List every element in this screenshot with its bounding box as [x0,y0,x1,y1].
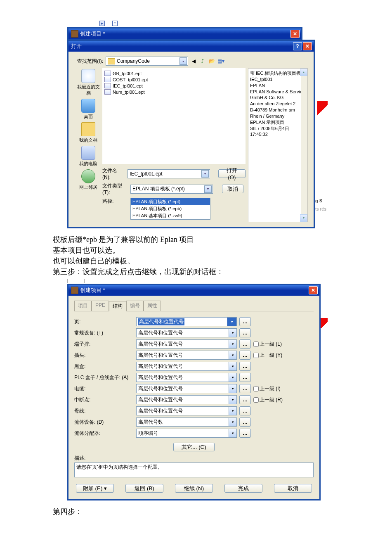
upper-level-checkbox[interactable]: 上一级 (I) [253,385,281,392]
chevron-down-icon[interactable]: ▾ [229,407,236,415]
place-recent[interactable]: 我最近的文档 [76,69,101,96]
browse-button[interactable]: … [239,328,251,337]
list-item[interactable]: Num_tpl001.ept [104,89,243,95]
file-icon [104,83,111,88]
chevron-down-icon[interactable]: ▾ [229,340,236,348]
next-button[interactable]: 继续 (N) [175,484,213,493]
option[interactable]: EPLAN 项目模板 (*.ept) [131,198,210,205]
play-icon: ▶ [99,21,105,26]
place-mycomputer[interactable]: 我的电脑 [76,146,101,167]
tab-project[interactable]: 项目 [74,301,92,311]
upper-level-checkbox[interactable]: 上一级 (R) [253,396,283,403]
cancel-button[interactable]: 取消 [274,484,312,493]
tab-structure[interactable]: 结构 [109,301,126,311]
chevron-down-icon[interactable]: ▾ [229,351,236,359]
wizard-dialog: 创建项目 * ✕ 项目 PPE 结构 编号 属性 页:高层代号和位置代号▾…常规… [67,284,321,500]
file-list[interactable]: GB_tpl001.ept GOST_tpl001.ept IEC_tpl001… [102,68,246,164]
browse-button[interactable]: … [239,384,251,393]
chevron-down-icon[interactable] [204,185,212,193]
field-label: 电缆: [74,385,136,392]
chevron-down-icon[interactable]: ▾ [229,396,236,404]
chevron-down-icon[interactable]: ▾ [227,318,236,326]
place-desktop[interactable]: 桌面 [76,99,101,120]
filetype-dropdown[interactable]: EPLAN 项目模板 (*.ept) EPLAN 项目模板 (*.epb) EP… [130,198,210,220]
field-label: PLC 盒子 / 总线盒子: (A) [74,374,136,381]
titlebar-outer: 创建项目 * ✕ [68,28,301,39]
frag-text-1: g S [315,198,322,203]
look-in-combo[interactable]: CompanyCode [106,57,188,66]
field-select[interactable]: 高层代号数▾ [136,417,237,427]
folder-icon [108,58,115,64]
finish-button[interactable]: 完成 [224,484,262,493]
tab-props[interactable]: 属性 [144,301,161,311]
titlebar-file-open: 打开 ? ✕ [68,41,314,52]
scrollbar[interactable] [301,69,307,222]
option[interactable]: EPLAN 基本项目 (*.zw9) [131,212,210,219]
new-folder-icon[interactable]: 📂 [208,57,215,65]
browse-button[interactable]: … [239,429,251,438]
up-folder-icon[interactable]: ⤴ [199,57,206,65]
chevron-down-icon[interactable]: ▾ [229,384,236,393]
scroll-down-icon[interactable]: ▾ [300,214,307,222]
field-select[interactable]: 高层代号和位置代号▾ [136,384,237,393]
browse-button[interactable]: … [239,339,251,349]
close-icon[interactable]: ✕ [303,42,312,50]
tabs: 项目 PPE 结构 编号 属性 [74,301,314,311]
help-icon[interactable]: ? [293,42,302,50]
list-item[interactable]: GB_tpl001.ept [104,70,243,76]
field-select[interactable]: 高层代号和位置代号▾ [136,395,237,404]
y-glyph: Y [112,21,118,26]
chevron-down-icon[interactable]: ▾ [229,429,236,437]
other-button[interactable]: 其它... (C) [173,443,215,451]
list-item[interactable]: GOST_tpl001.ept [104,76,243,83]
chevron-down-icon[interactable]: ▾ [229,329,236,337]
browse-button[interactable]: … [239,395,251,404]
field-select[interactable]: 高层代号和位置代号▾ [136,373,237,382]
wizard-title: 创建项目 * [80,287,308,294]
back-button[interactable]: 返回 (B) [125,484,163,493]
field-select[interactable]: 高层代号和位置代号▾ [136,339,237,349]
option[interactable]: EPLAN 项目模板 (*.epb) [131,205,210,212]
tab-ppe[interactable]: PPE [92,301,109,311]
browse-button[interactable]: … [239,373,251,382]
list-item[interactable]: IEC_tpl001.ept [104,83,243,89]
tab-number[interactable]: 编号 [126,301,144,311]
field-select[interactable]: 高层代号和位置代号▾ [136,328,237,337]
field-select[interactable]: 高层代号和位置代号▾ [136,406,237,415]
open-button[interactable]: 打开(O) [218,169,246,178]
chevron-down-icon[interactable]: ▾ [229,418,236,426]
upper-level-checkbox[interactable]: 上一级 (L) [253,341,282,348]
field-label: 流体设备: (D) [74,419,136,426]
place-mydocs[interactable]: 我的文档 [76,122,101,143]
view-menu-icon[interactable]: ▤▾ [217,57,224,65]
cancel-button[interactable]: 取消 [222,185,243,193]
field-label: 中断点: [74,396,136,403]
field-select[interactable]: 高层代号和位置代号▾ [136,351,237,360]
chevron-down-icon[interactable] [179,57,187,65]
close-icon[interactable]: ✕ [290,30,300,38]
field-select[interactable]: 顺序编号▾ [136,429,237,438]
filetype-combo[interactable]: EPLAN 项目模板 (*.ept) [130,185,213,194]
title-text: 创建项目 * [80,30,290,38]
extra-button[interactable]: 附加 (E) ▾ [76,484,114,493]
file-open-dialog: 打开 ? ✕ 查找范围(I): CompanyCode ◀ ⤴ 📂 ▤▾ 我最近… [67,40,315,228]
browse-button[interactable]: … [239,317,251,326]
browse-button[interactable]: … [239,417,251,427]
place-network[interactable]: 网上邻居 [76,169,101,190]
frag-text-2: ts rés [315,206,326,211]
browse-button[interactable]: … [239,362,251,371]
decor-strip: ▶ Y [67,21,392,27]
back-icon[interactable]: ◀ [190,57,197,65]
field-select[interactable]: 高层代号和位置代号▾ [136,362,237,371]
file-icon [104,89,111,95]
browse-button[interactable]: … [239,351,251,360]
chevron-down-icon[interactable] [201,170,209,178]
close-icon[interactable]: ✕ [309,286,318,294]
field-select[interactable]: 高层代号和位置代号▾ [136,317,237,326]
chevron-down-icon[interactable]: ▾ [229,373,236,382]
chevron-down-icon[interactable]: ▾ [229,362,236,370]
scroll-up-icon[interactable]: ▴ [300,69,307,76]
upper-level-checkbox[interactable]: 上一级 (Y) [253,352,282,359]
browse-button[interactable]: … [239,406,251,415]
filename-input[interactable]: IEC_tpl001.ept [128,169,210,178]
